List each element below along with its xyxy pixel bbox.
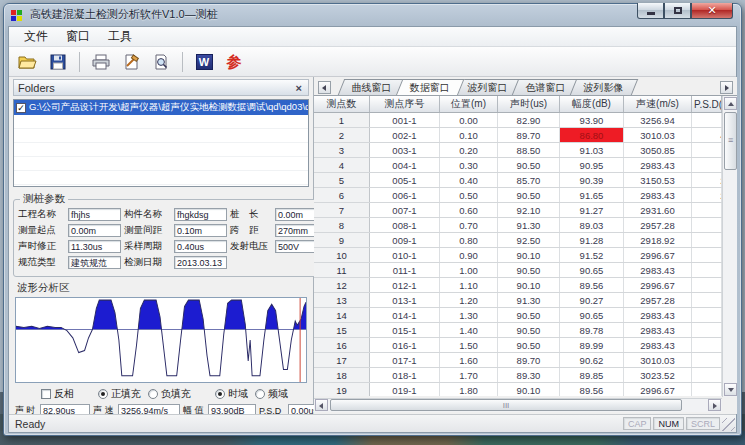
table-cell[interactable]: 1: [314, 113, 370, 127]
table-cell[interactable]: 2957.28: [624, 218, 692, 232]
table-cell[interactable]: 91.27: [560, 203, 624, 217]
table-cell[interactable]: 3: [314, 143, 370, 157]
column-header-0[interactable]: 测点数: [314, 96, 370, 112]
table-cell[interactable]: 89.56: [560, 278, 624, 292]
table-cell[interactable]: 3010.03: [624, 128, 692, 142]
time-domain-radio[interactable]: 时域: [215, 387, 248, 401]
table-cell[interactable]: 230.4: [692, 173, 722, 187]
table-cell[interactable]: 6.40: [692, 383, 722, 396]
table-cell[interactable]: 1.10: [440, 278, 498, 292]
table-cell[interactable]: 6.40: [692, 353, 722, 367]
table-cell[interactable]: 462.4: [692, 128, 722, 142]
table-cell[interactable]: 7: [314, 203, 370, 217]
table-cell[interactable]: 89.56: [560, 383, 624, 396]
table-cell[interactable]: 90.50: [498, 308, 560, 322]
table-cell[interactable]: 1.30: [440, 308, 498, 322]
table-row[interactable]: 9009-10.8092.5091.282918.9214.4: [314, 233, 722, 248]
table-cell[interactable]: 85.70: [498, 173, 560, 187]
table-cell[interactable]: 3256.94: [624, 113, 692, 127]
table-cell[interactable]: 006-1: [370, 188, 440, 202]
table-cell[interactable]: 89.30: [498, 368, 560, 382]
table-cell[interactable]: 018-1: [370, 368, 440, 382]
table-row[interactable]: 14014-11.3090.5090.652983.436.40: [314, 308, 722, 323]
column-header-5[interactable]: 声速(m/s): [624, 96, 692, 112]
table-cell[interactable]: 91.03: [560, 143, 624, 157]
table-cell[interactable]: 012-1: [370, 278, 440, 292]
table-row[interactable]: 6006-10.5090.5091.652983.43230.4: [314, 188, 722, 203]
tab-4[interactable]: 波列影像: [570, 79, 638, 95]
folders-close-icon[interactable]: ×: [294, 82, 304, 94]
table-cell[interactable]: 14.4: [692, 143, 722, 157]
column-header-1[interactable]: 测点序号: [370, 96, 440, 112]
table-row[interactable]: 1001-10.0082.9093.903256.940.00: [314, 113, 722, 128]
table-cell[interactable]: 003-1: [370, 143, 440, 157]
param-field[interactable]: fhjhs: [68, 208, 121, 221]
table-cell[interactable]: 1.80: [440, 383, 498, 396]
tab-scroll-right-button[interactable]: [720, 81, 733, 94]
table-cell[interactable]: 92.50: [498, 233, 560, 247]
table-cell[interactable]: 9: [314, 233, 370, 247]
table-cell[interactable]: 2996.67: [624, 278, 692, 292]
table-cell[interactable]: 010-1: [370, 248, 440, 262]
table-cell[interactable]: 0.60: [440, 203, 498, 217]
waveform-plot[interactable]: [15, 297, 307, 383]
table-cell[interactable]: 1.50: [440, 338, 498, 352]
table-cell[interactable]: 019-1: [370, 383, 440, 396]
table-cell[interactable]: 90.27: [560, 293, 624, 307]
maximize-button[interactable]: [664, 3, 691, 19]
table-cell[interactable]: 1.20: [440, 293, 498, 307]
table-cell[interactable]: 2983.43: [624, 158, 692, 172]
table-cell[interactable]: 19: [314, 383, 370, 396]
table-row[interactable]: 5005-10.4085.7090.393150.53230.4: [314, 173, 722, 188]
table-row[interactable]: 8008-10.7091.3089.032957.286.40: [314, 218, 722, 233]
table-cell[interactable]: 0.50: [440, 188, 498, 202]
table-cell[interactable]: 0.20: [440, 143, 498, 157]
table-cell[interactable]: 008-1: [370, 218, 440, 232]
table-cell[interactable]: 0.00: [692, 113, 722, 127]
table-cell[interactable]: 89.70: [498, 128, 560, 142]
param-field[interactable]: 建筑规范: [68, 256, 121, 269]
scroll-up-icon[interactable]: [724, 97, 737, 110]
table-cell[interactable]: 57.6: [692, 248, 722, 262]
table-cell[interactable]: 0.40: [440, 173, 498, 187]
table-cell[interactable]: 18: [314, 368, 370, 382]
table-cell[interactable]: 3023.52: [624, 368, 692, 382]
table-cell[interactable]: 0.90: [440, 248, 498, 262]
table-cell[interactable]: 90.95: [560, 158, 624, 172]
table-cell[interactable]: 001-1: [370, 113, 440, 127]
table-cell[interactable]: 91.65: [560, 188, 624, 202]
table-cell[interactable]: 91.52: [560, 248, 624, 262]
menu-item-0[interactable]: 文件: [15, 26, 57, 47]
table-cell[interactable]: 91.28: [560, 233, 624, 247]
invert-checkbox[interactable]: 反相: [41, 387, 74, 401]
title-bar[interactable]: 高铁建混凝土检测分析软件V1.0—测桩 ✕: [4, 4, 741, 25]
table-cell[interactable]: 90.10: [498, 278, 560, 292]
table-cell[interactable]: 0.00: [692, 323, 722, 337]
table-cell[interactable]: 015-1: [370, 323, 440, 337]
close-button[interactable]: ✕: [691, 3, 733, 19]
freq-domain-radio[interactable]: 频域: [255, 387, 288, 401]
table-cell[interactable]: 2996.67: [624, 383, 692, 396]
table-cell[interactable]: 2983.43: [624, 263, 692, 277]
scroll-right-icon[interactable]: [708, 399, 721, 411]
menu-item-1[interactable]: 窗口: [57, 26, 99, 47]
table-cell[interactable]: 4: [314, 158, 370, 172]
table-cell[interactable]: 6.40: [692, 218, 722, 232]
vertical-scroll-thumb[interactable]: [724, 112, 737, 170]
table-cell[interactable]: 92.10: [498, 203, 560, 217]
table-cell[interactable]: 89.85: [560, 368, 624, 382]
horizontal-scroll-thumb[interactable]: III: [330, 399, 682, 411]
table-cell[interactable]: 3150.53: [624, 173, 692, 187]
table-cell[interactable]: 86.80: [560, 128, 624, 142]
table-cell[interactable]: 014-1: [370, 308, 440, 322]
table-cell[interactable]: 1.00: [440, 263, 498, 277]
table-cell[interactable]: 0.00: [692, 338, 722, 352]
word-export-button[interactable]: W: [191, 50, 217, 74]
table-row[interactable]: 2002-10.1089.7086.803010.03462.4: [314, 128, 722, 143]
table-cell[interactable]: 011-1: [370, 263, 440, 277]
table-cell[interactable]: 93.90: [560, 113, 624, 127]
table-cell[interactable]: 2957.28: [624, 293, 692, 307]
table-cell[interactable]: 90.50: [498, 188, 560, 202]
open-folder-button[interactable]: [15, 50, 41, 74]
table-cell[interactable]: 009-1: [370, 233, 440, 247]
